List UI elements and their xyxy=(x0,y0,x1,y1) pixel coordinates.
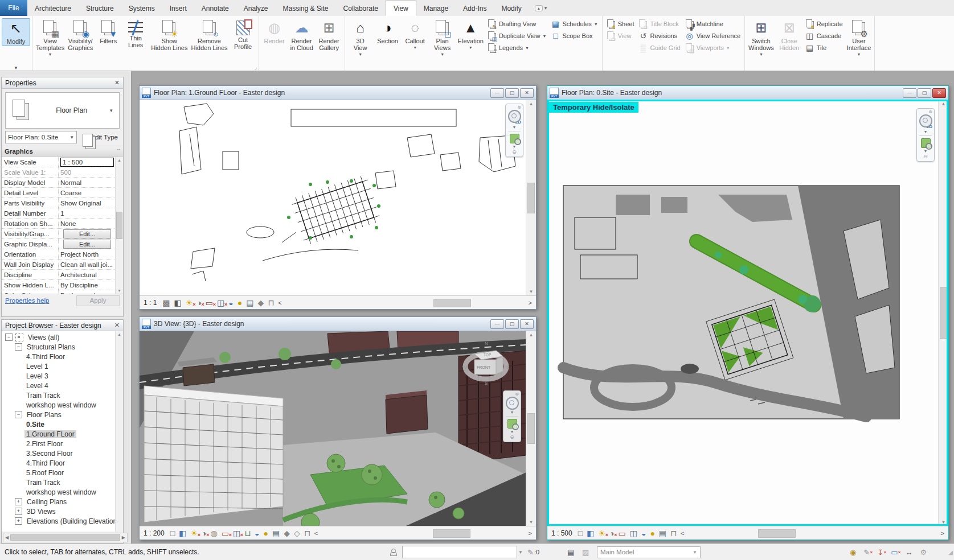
ribbon-tab-collaborate[interactable]: Collaborate xyxy=(336,0,386,16)
reveal-hidden-elements-icon[interactable]: ● xyxy=(238,299,242,307)
design-options-picker-icon[interactable]: ▨ xyxy=(582,544,589,560)
group-collapse-icon[interactable]: ˆˆ xyxy=(117,149,120,154)
temporary-view-properties-icon[interactable]: ▤ xyxy=(246,299,253,307)
show-crop-region-icon[interactable]: ◫ xyxy=(630,529,637,537)
maximize-button[interactable]: ▢ xyxy=(505,319,519,329)
properties-help-link[interactable]: Properties help xyxy=(5,297,49,304)
crop-view-icon[interactable]: ▭ xyxy=(618,529,625,537)
property-value[interactable]: Show Original xyxy=(59,198,116,208)
analytical-model-icon[interactable]: ◆ xyxy=(284,529,290,537)
apply-button[interactable]: Apply xyxy=(76,295,120,306)
ribbon-tab-insert[interactable]: Insert xyxy=(162,0,194,16)
reveal-constraints-icon[interactable]: ⊓ xyxy=(304,529,310,537)
collapse-bar-icon[interactable]: < xyxy=(681,530,684,537)
zoom-icon[interactable] xyxy=(507,419,517,429)
ribbon-button-matchline[interactable]: Matchline xyxy=(684,18,742,30)
file-menu-button[interactable]: File xyxy=(0,0,27,16)
ribbon-button-section[interactable]: Section xyxy=(374,18,402,45)
ribbon-button-modify[interactable]: Modify xyxy=(2,18,30,46)
browser-item-0-site[interactable]: 0.Site xyxy=(2,419,116,429)
tree-expander-icon[interactable]: − xyxy=(15,411,22,418)
browser-item-3d-views[interactable]: +3D Views xyxy=(2,507,116,516)
ribbon-tab-structure[interactable]: Structure xyxy=(79,0,121,16)
window3-canvas[interactable]: Temporary Hide/Isolate ⊗ 2D ▼ ▼ ⊖ ▲ ▼ xyxy=(547,100,948,526)
ribbon-minimize-toggle-icon[interactable]: ▴ xyxy=(535,5,543,11)
property-value[interactable]: Project North xyxy=(59,249,116,259)
viewcube-south-label[interactable]: S xyxy=(485,381,488,386)
zoom-icon[interactable] xyxy=(510,134,519,143)
zoom-menu-arrow-icon[interactable]: ▼ xyxy=(510,430,514,434)
ribbon-tab-systems[interactable]: Systems xyxy=(121,0,162,16)
scroll-up-icon[interactable]: ▲ xyxy=(529,332,534,337)
wheel-menu-arrow-icon[interactable]: ▼ xyxy=(510,410,514,414)
scroll-down-icon[interactable]: ▼ xyxy=(529,520,534,525)
tree-expander-icon[interactable]: + xyxy=(15,498,22,505)
window1-vertical-scrollbar[interactable]: ▲ ▼ xyxy=(526,100,536,295)
viewcube-north-label[interactable]: N xyxy=(485,341,488,346)
window3-vertical-scrollbar[interactable]: ▲ ▼ xyxy=(938,100,948,526)
viewcube-front-face[interactable]: FRONT xyxy=(477,365,491,369)
ribbon-tab-manage[interactable]: Manage xyxy=(416,0,456,16)
browser-item-train-track[interactable]: Train Track xyxy=(2,477,116,487)
navbar-collapse-icon[interactable]: ⊖ xyxy=(512,150,517,155)
ribbon-button-elevation[interactable]: Elevation▼ xyxy=(456,18,485,52)
ribbon-button-filters[interactable]: Filters xyxy=(95,18,122,45)
navbar-close-icon[interactable]: ⊗ xyxy=(515,392,519,397)
crop-view-icon[interactable]: ▭× xyxy=(206,299,213,307)
tree-expander-icon[interactable]: − xyxy=(15,343,22,351)
ribbon-button-plan-views[interactable]: Plan Views▼ xyxy=(429,18,456,59)
edit-type-button[interactable]: Edit Type xyxy=(79,131,120,143)
ribbon-button-render-in-cloud[interactable]: Render in Cloud xyxy=(288,18,316,52)
visual-style-icon[interactable]: ◧ xyxy=(174,299,182,307)
tree-expander-icon[interactable]: + xyxy=(15,508,22,515)
window2-vertical-scrollbar[interactable]: ▲ ▼ xyxy=(526,331,536,526)
ribbon-button-thin-lines[interactable]: Thin Lines xyxy=(122,18,149,49)
navbar-collapse-icon[interactable]: ⊖ xyxy=(510,435,514,440)
select-panel-arrow-icon[interactable]: ▼ xyxy=(14,65,18,71)
browser-item-3-second-floor[interactable]: 3.Second Floor xyxy=(2,448,116,458)
browser-item-workshop-west-window[interactable]: workshop west window xyxy=(2,487,116,497)
navbar-close-icon[interactable]: ⊗ xyxy=(928,110,932,114)
ribbon-button-switch-windows[interactable]: Switch Windows▼ xyxy=(747,18,776,59)
project-browser-close-icon[interactable]: ✕ xyxy=(114,322,120,329)
browser-item-floor-plans[interactable]: −Floor Plans xyxy=(2,410,116,419)
browser-item-elevations-building-elevation[interactable]: +Elevations (Building Elevation) xyxy=(2,516,116,526)
navbar-collapse-icon[interactable]: ⊖ xyxy=(923,154,928,159)
browser-item-structural-plans[interactable]: −Structural Plans xyxy=(2,342,116,352)
browser-item-4-third-floor[interactable]: 4.Third Floor xyxy=(2,352,116,361)
property-value[interactable]: 1 : 500 xyxy=(59,157,116,167)
ribbon-options-arrow-icon[interactable]: ▾ xyxy=(544,5,547,11)
reveal-constraints-icon[interactable]: ⊓ xyxy=(670,529,677,537)
browser-item-2-first-floor[interactable]: 2.First Floor xyxy=(2,439,116,448)
sun-path-icon[interactable]: ☀× xyxy=(598,529,605,537)
shadows-icon[interactable]: ◑× xyxy=(609,529,614,537)
temporary-hide-isolate-icon[interactable]: ◒ xyxy=(228,299,233,307)
select-underlay-icon[interactable]: ▭× xyxy=(891,548,898,557)
navbar-close-icon[interactable]: ⊗ xyxy=(517,105,521,110)
sun-path-icon[interactable]: ☀× xyxy=(190,529,198,537)
select-links-icon[interactable]: ✎× xyxy=(863,548,870,557)
scroll-left-icon[interactable]: ◀ xyxy=(5,535,9,540)
ribbon-button-show-hidden-lines[interactable]: Show Hidden Lines xyxy=(149,18,189,52)
properties-header[interactable]: Properties ✕ xyxy=(2,77,123,89)
shadows-icon[interactable]: ◑× xyxy=(202,529,206,537)
edit-button[interactable]: Edit... xyxy=(63,240,111,249)
detail-level-icon[interactable]: ▩ xyxy=(162,299,170,307)
site-plan-drawing[interactable] xyxy=(547,100,934,522)
scrollbar-thumb[interactable] xyxy=(10,534,120,541)
scroll-up-icon[interactable]: ▲ xyxy=(941,101,946,106)
minimize-button[interactable]: — xyxy=(903,88,916,98)
dialog-launcher-icon[interactable]: ⌟ xyxy=(254,64,256,70)
property-value[interactable]: 500 xyxy=(59,167,116,177)
steering-wheel-icon[interactable] xyxy=(508,110,521,123)
background-processes-icon[interactable]: ⚙ xyxy=(920,548,927,557)
ribbon-button-tile[interactable]: Tile xyxy=(804,42,844,53)
zoom-menu-arrow-icon[interactable]: ▼ xyxy=(513,145,517,149)
ribbon-button-view-templates[interactable]: View Templates▼ xyxy=(34,18,66,59)
reveal-hidden-elements-icon[interactable]: ● xyxy=(650,529,654,537)
lock-3d-view-icon[interactable]: ⊔ xyxy=(244,529,251,537)
wheel-menu-arrow-icon[interactable]: ▼ xyxy=(924,130,928,134)
browser-horizontal-scrollbar[interactable]: ◀ ▶ xyxy=(3,533,128,542)
ribbon-tab-add-ins[interactable]: Add-Ins xyxy=(456,0,494,16)
shadows-icon[interactable]: ◑× xyxy=(196,299,201,307)
